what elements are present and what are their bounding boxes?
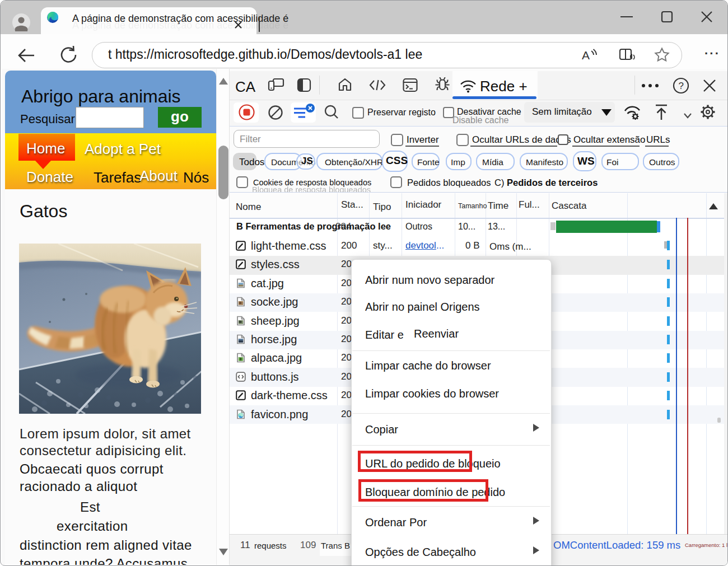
- svg-text:?: ?: [679, 81, 684, 91]
- svg-text:A: A: [582, 49, 590, 62]
